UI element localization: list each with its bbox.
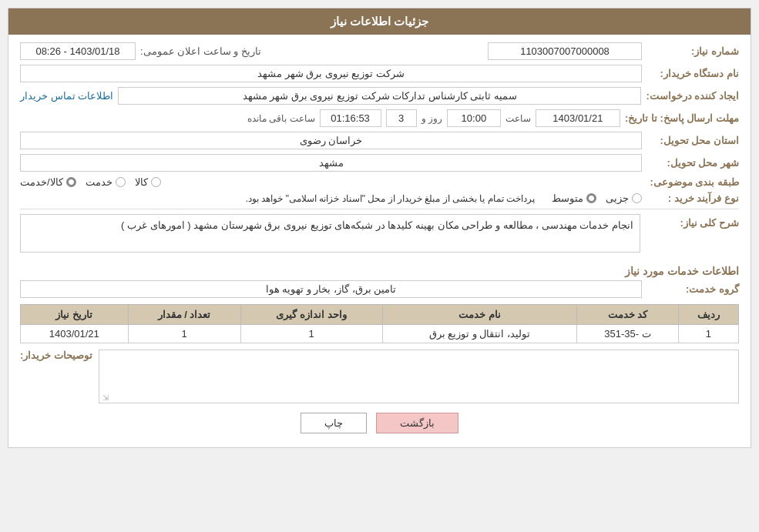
resize-handle[interactable]: ⇲ [101,393,109,401]
namDastgah-label: نام دستگاه خریدار: [646,68,739,79]
print-button[interactable]: چاپ [301,413,367,433]
tabaqe-group: کالا خدمت کالا/خدمت [20,176,642,188]
proc-option-jozi[interactable]: جزیی [606,192,642,204]
sharh-value: انجام خدمات مهندسی ، مطالعه و طراحی مکان… [20,214,640,253]
radio-jozi [632,193,642,203]
cell-tedad: 1 [128,325,240,343]
ijadKonande-label: ایجاد کننده درخواست: [646,90,739,102]
mohlat-saat-label: ساعت [505,113,531,124]
cell-radif: 1 [678,325,738,343]
col-tarikh: تاریخ نیاز [21,305,129,325]
back-button[interactable]: بازگشت [376,413,458,433]
cell-kod: ت -35-351 [577,325,679,343]
mohlat-date: 1403/01/21 [536,109,620,127]
noeFarayand-group: جزیی متوسط پرداخت تمام یا بخشی از مبلغ خ… [20,192,642,204]
radio-kala-khedmat [66,177,76,187]
group-label: گروه خدمت: [646,283,739,295]
tabaqe-kala-khedmat-label: کالا/خدمت [20,176,63,188]
tabaqe-kala-label: کالا [135,176,148,188]
tarikh-label: تاریخ و ساعت اعلان عمومی: [140,45,261,57]
shomareNiaz-label: شماره نیاز: [646,45,739,57]
page-title: جزئیات اطلاعات نیاز [8,8,751,35]
tabaqe-khedmat-label: خدمت [86,176,113,188]
services-header: اطلاعات خدمات مورد نیاز [20,265,739,277]
proc-jozi-label: جزیی [606,192,629,204]
table-row: 1ت -35-351تولید، انتقال و توزیع برق11140… [21,325,739,343]
mohlat-label: مهلت ارسال پاسخ: تا تاریخ: [625,112,739,124]
namDastgah-value: شرکت توزیع نیروی برق شهر مشهد [20,65,642,82]
col-nam: نام خدمت [382,305,576,325]
contact-link[interactable]: اطلاعات تماس خریدار [20,90,113,102]
ostan-value: خراسان رضوی [20,132,642,149]
mohlat-saat-value: 10:00 [447,109,501,127]
col-kod: کد خدمت [577,305,679,325]
shomareNiaz-value: 1103007007000008 [488,42,642,60]
cell-nam: تولید، انتقال و توزیع برق [382,325,576,343]
mohlat-rooz-value: 3 [386,109,417,127]
ostan-label: استان محل تحویل: [646,135,739,146]
mohlat-remaining-label: ساعت باقی مانده [247,113,315,124]
radio-motavasset [586,193,596,203]
group-value: تامین برق، گاز، بخار و تهویه هوا [20,280,642,298]
tarikh-value: 1403/01/18 - 08:26 [20,42,136,60]
radio-khedmat [116,177,126,187]
mohlat-rooz-label: روز و [421,113,442,124]
noeFarayand-label: نوع فرآیند خرید : [646,192,739,204]
col-tedad: تعداد / مقدار [128,305,240,325]
tabaqe-label: طبقه بندی موضوعی: [646,176,739,188]
col-radif: ردیف [678,305,738,325]
mohlat-remaining-value: 01:16:53 [320,109,381,127]
services-table: ردیف کد خدمت نام خدمت واحد اندازه گیری ت… [20,304,739,343]
buyer-notes-label: توصیحات خریدار: [20,350,92,361]
proc-motavasset-label: متوسط [552,192,583,204]
col-vahed: واحد اندازه گیری [240,305,382,325]
tabaqe-option-kala[interactable]: کالا [135,176,161,188]
buyer-notes-box: ⇲ [99,350,739,403]
proc-option-motavasset[interactable]: متوسط [552,192,596,204]
payment-note: پرداخت تمام یا بخشی از مبلغ خریدار از مح… [20,193,542,204]
cell-vahed: 1 [240,325,382,343]
radio-kala [151,177,161,187]
sharh-label: شرح کلی نیاز: [646,214,739,229]
shahr-value: مشهد [20,154,642,172]
ijadKonande-value: سمیه ثابتی کارشناس تدارکات شرکت توزیع نی… [118,87,641,105]
tabaqe-option-khedmat[interactable]: خدمت [86,176,126,188]
tabaqe-option-kala-khedmat[interactable]: کالا/خدمت [20,176,76,188]
cell-tarikh: 1403/01/21 [21,325,129,343]
shahr-label: شهر محل تحویل: [646,157,739,169]
